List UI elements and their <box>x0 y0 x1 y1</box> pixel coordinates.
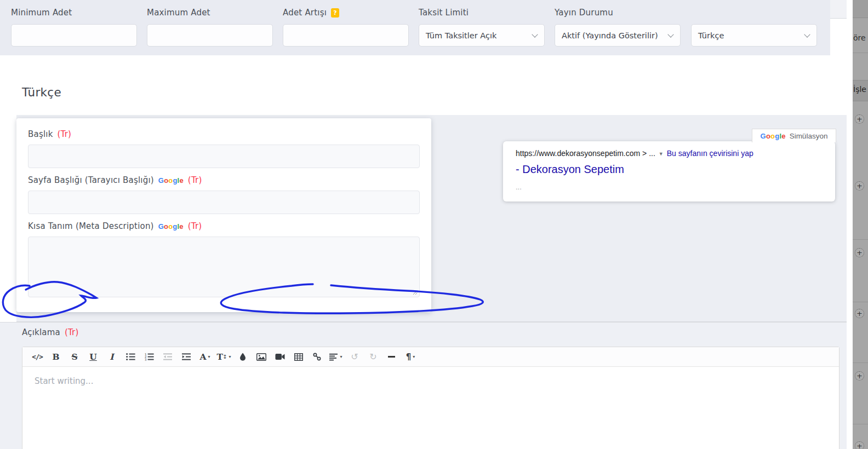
chevron-down-icon <box>804 31 810 37</box>
selected-value: Aktif (Yayında Gösterilir) <box>562 31 658 40</box>
toolbar-insert-table-button[interactable] <box>292 350 305 364</box>
chevron-down-icon <box>667 31 673 37</box>
yayin-durumu-select[interactable]: Aktif (Yayında Gösterilir) <box>555 24 681 47</box>
form-field-dil: Türkçe <box>691 7 817 47</box>
adet-artisi-input[interactable] <box>283 25 408 46</box>
minimum-adet-input[interactable] <box>12 25 136 46</box>
toolbar-font-family-button[interactable]: A▾ <box>198 350 212 364</box>
serp-snippet: ... <box>516 183 835 191</box>
rich-text-editor: </>BSUI123A▾T↕▾▾↺↻¶▾ Start writing... <box>22 347 840 449</box>
card-field-label-kisa-tanim: Kısa Tanım (Meta Description)Google(Tr) <box>28 221 420 231</box>
google-logo: Google <box>761 132 786 140</box>
description-section: Açıklama (Tr) </>BSUI123A▾T↕▾▾↺↻¶▾ Start… <box>0 322 847 449</box>
toolbar-font-size-button[interactable]: T↕▾ <box>217 350 231 364</box>
toolbar-text-color-button[interactable] <box>236 350 249 364</box>
toolbar-undo-button[interactable]: ↺ <box>347 350 361 364</box>
kisa-tanim-textarea[interactable] <box>28 237 419 297</box>
card-field-label-sayfa-basligi: Sayfa Başlığı (Tarayıcı Başlığı)Google(T… <box>28 175 420 185</box>
editor-toolbar: </>BSUI123A▾T↕▾▾↺↻¶▾ <box>22 347 839 367</box>
google-serp-preview: https://www.dekorasyonsepetim.com > ... … <box>503 141 835 202</box>
form-field-minimum-adet: Minimum Adet <box>11 7 137 47</box>
toolbar-paragraph-format-button[interactable]: ¶▾ <box>403 350 417 364</box>
google-logo: Google <box>158 222 184 231</box>
selected-value: Tüm Taksitler Açık <box>426 31 496 40</box>
lang-tag: (Tr) <box>188 175 202 185</box>
form-field-adet-artisi: Adet Artışı? <box>283 7 409 47</box>
toolbar-horizontal-line-button[interactable] <box>385 350 398 364</box>
toolbar-code-view-button[interactable]: </> <box>31 350 44 364</box>
description-lang-tag: (Tr) <box>65 327 79 337</box>
field-label: Taksit Limiti <box>419 8 469 18</box>
cropped-table-strip: öre İşle ++++++ <box>853 0 868 449</box>
toolbar-insert-video-button[interactable] <box>273 350 287 364</box>
toolbar-outdent-button[interactable] <box>161 350 175 364</box>
toolbar-strikethrough-button[interactable]: S <box>68 350 82 364</box>
seo-fields-card: Başlık(Tr)Sayfa Başlığı (Tarayıcı Başlığ… <box>16 118 431 312</box>
serp-dropdown-caret-icon[interactable]: ▼ <box>659 151 664 157</box>
label-text: Kısa Tanım (Meta Description) <box>28 221 154 231</box>
add-row-button[interactable]: + <box>855 441 864 449</box>
label-text: Sayfa Başlığı (Tarayıcı Başlığı) <box>28 175 154 185</box>
editor-content-area[interactable]: Start writing... <box>22 367 839 449</box>
simulation-tab-label: Simülasyon <box>790 132 828 140</box>
serp-translate-link[interactable]: Bu sayfanın çevirisini yap <box>667 149 753 158</box>
toolbar-ordered-list-button[interactable]: 123 <box>142 350 156 364</box>
chevron-down-icon <box>532 31 538 37</box>
maximum-adet-input[interactable] <box>147 25 272 46</box>
strip-column-header: öre <box>853 33 866 42</box>
toolbar-bold-button[interactable]: B <box>49 350 63 364</box>
add-row-button[interactable]: + <box>855 309 864 318</box>
strip-header-band <box>853 0 868 18</box>
form-field-maximum-adet: Maximum Adet <box>147 7 273 47</box>
toolbar-redo-button[interactable]: ↻ <box>366 350 380 364</box>
svg-text:3: 3 <box>145 358 146 361</box>
form-field-yayin-durumu: Yayın DurumuAktif (Yayında Gösterilir) <box>555 7 681 47</box>
strip-action-header: İşle <box>853 85 866 94</box>
serp-url-line: https://www.dekorasyonsepetim.com > ... … <box>516 149 835 158</box>
toolbar-indent-button[interactable] <box>180 350 193 364</box>
lang-tag: (Tr) <box>58 129 72 139</box>
add-row-button[interactable]: + <box>855 248 864 257</box>
card-field-label-baslik: Başlık(Tr) <box>28 129 420 139</box>
selected-value: Türkçe <box>698 31 724 40</box>
taksit-limiti-select[interactable]: Tüm Taksitler Açık <box>419 24 545 47</box>
toolbar-insert-image-button[interactable] <box>254 350 268 364</box>
lang-tag: (Tr) <box>188 221 202 231</box>
editor-placeholder: Start writing... <box>35 376 93 386</box>
google-logo: Google <box>158 176 184 185</box>
toolbar-align-button[interactable]: ▾ <box>329 350 342 364</box>
google-simulation-tab[interactable]: Google Simülasyon <box>752 129 836 142</box>
quantity-settings-panel: Minimum AdetMaximum AdetAdet Artışı?Taks… <box>0 0 830 55</box>
serp-url-text: https://www.dekorasyonsepetim.com > ... <box>516 149 655 158</box>
toolbar-insert-link-button[interactable] <box>310 350 324 364</box>
dil-select[interactable]: Türkçe <box>691 24 817 47</box>
help-icon[interactable]: ? <box>331 8 339 18</box>
field-label: Yayın Durumu <box>555 8 613 18</box>
add-row-button[interactable]: + <box>855 181 864 191</box>
sayfa-basligi-input[interactable] <box>28 191 419 214</box>
language-content-panel: Başlık(Tr)Sayfa Başlığı (Tarayıcı Başlığ… <box>16 115 847 322</box>
field-label: Minimum Adet <box>11 8 72 18</box>
toolbar-underline-button[interactable]: U <box>87 350 100 364</box>
form-field-taksit-limiti: Taksit LimitiTüm Taksitler Açık <box>419 7 545 47</box>
toolbar-unordered-list-button[interactable] <box>124 350 138 364</box>
add-row-button[interactable]: + <box>855 114 864 124</box>
field-label: Maximum Adet <box>147 8 210 18</box>
description-label-text: Açıklama <box>22 327 60 337</box>
baslik-input[interactable] <box>28 145 419 168</box>
field-label: Adet Artışı <box>283 8 327 18</box>
description-label: Açıklama (Tr) <box>22 327 79 337</box>
serp-result-title[interactable]: - Dekorasyon Sepetim <box>516 163 835 176</box>
language-section-heading: Türkçe <box>22 85 61 99</box>
label-text: Başlık <box>28 129 53 139</box>
toolbar-italic-button[interactable]: I <box>105 350 119 364</box>
add-row-button[interactable]: + <box>855 371 864 381</box>
